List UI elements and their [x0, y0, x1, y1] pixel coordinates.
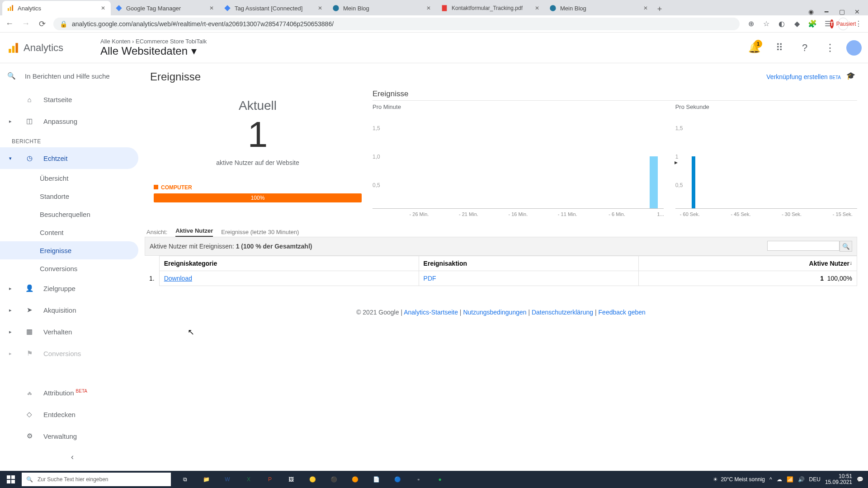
notification-icon[interactable]: 💬 — [857, 476, 863, 483]
sidebar-item-entdecken[interactable]: ◇ Entdecken — [0, 404, 138, 425]
close-icon[interactable]: ✕ — [853, 8, 862, 15]
th-category[interactable]: Ereigniskategorie — [159, 256, 419, 271]
tray-chevron-icon[interactable]: ^ — [769, 476, 772, 483]
app-icon[interactable]: ▫ — [408, 471, 429, 488]
th-action[interactable]: Ereignisaktion — [419, 256, 639, 271]
sidebar-sub-conversions[interactable]: Conversions — [0, 259, 138, 277]
tab-tagassistant[interactable]: Tag Assistant [Connected] ✕ — [219, 1, 328, 15]
view-tab-active[interactable]: Aktive Nutzer — [175, 227, 213, 237]
footer-link[interactable]: Nutzungsbedingungen — [463, 309, 526, 316]
close-icon[interactable]: ✕ — [425, 5, 432, 11]
xtick: - 15 Sek. — [833, 211, 853, 217]
kebab-icon[interactable]: ⋮ — [821, 39, 839, 57]
minimize-icon[interactable]: ━ — [822, 8, 831, 15]
sidebar-item-attribution[interactable]: ஃ AttributionBETA — [0, 382, 138, 404]
weather-widget[interactable]: ☀ 20°C Meist sonnig — [713, 476, 765, 483]
avatar[interactable] — [846, 40, 862, 56]
sidebar-item-verwaltung[interactable]: ⚙ Verwaltung — [0, 425, 138, 447]
sidebar-item-conversions[interactable]: ▸⚑ Conversions — [0, 343, 138, 364]
view-label: Ansicht: — [146, 229, 167, 235]
tab-pdf[interactable]: Kontaktformular_Tracking.pdf ✕ — [436, 1, 545, 15]
event-category-link[interactable]: Download — [164, 275, 192, 282]
ga-logo[interactable]: Analytics — [7, 42, 93, 54]
app-icon[interactable]: 📄 — [366, 471, 387, 488]
view-tab-other[interactable]: Ereignisse (letzte 30 Minuten) — [221, 229, 299, 235]
reload-button[interactable]: ⟳ — [37, 19, 47, 29]
apps-icon[interactable]: ⠿ — [770, 39, 788, 57]
svg-rect-7 — [12, 46, 14, 52]
collapse-sidebar-button[interactable]: ‹ — [0, 447, 145, 467]
url-input[interactable]: 🔒 analytics.google.com/analytics/web/#/r… — [53, 18, 740, 30]
start-button[interactable] — [0, 471, 22, 488]
spotify-icon[interactable]: ● — [429, 471, 450, 488]
clock[interactable]: 10:51 15.09.2021 — [825, 474, 852, 485]
svg-rect-4 — [442, 5, 447, 11]
obs-icon[interactable]: ⚫ — [323, 471, 344, 488]
table-search-input[interactable] — [767, 241, 840, 251]
edge-icon[interactable]: 🔵 — [387, 471, 408, 488]
sidebar-sub-uebersicht[interactable]: Übersicht — [0, 169, 138, 187]
chart-per-second: ▸ Pro Sekunde 1,5 1 0,5 - 60 Sek. - 45 S… — [675, 103, 857, 221]
chrome-icon[interactable]: 🟡 — [302, 471, 323, 488]
back-button[interactable]: ← — [5, 19, 14, 29]
word-icon[interactable]: W — [217, 471, 238, 488]
sidebar-item-anpassung[interactable]: ▸◫ Anpassung — [0, 110, 138, 132]
sidebar-sub-content[interactable]: Content — [0, 223, 138, 241]
close-icon[interactable]: ✕ — [534, 5, 540, 11]
sidebar-sub-standorte[interactable]: Standorte — [0, 187, 138, 205]
forward-button[interactable]: → — [21, 19, 31, 29]
powerpoint-icon[interactable]: P — [259, 471, 280, 488]
sidebar-item-zielgruppe[interactable]: ▸👤 Zielgruppe — [0, 277, 138, 299]
help-icon[interactable]: ? — [796, 39, 814, 57]
language-indicator[interactable]: DEU — [809, 476, 821, 483]
footer-link[interactable]: Datenschutzerklärung — [532, 309, 593, 316]
taskview-icon[interactable]: ⧉ — [175, 471, 195, 488]
photos-icon[interactable]: 🖼 — [281, 471, 302, 488]
sidebar-item-akquisition[interactable]: ▸➤ Akquisition — [0, 299, 138, 321]
close-icon[interactable]: ✕ — [317, 5, 323, 11]
ext-icon-1[interactable]: ◐ — [777, 19, 787, 29]
account-picker[interactable]: Alle Konten › ECommerce Store TobiTalk A… — [100, 38, 207, 57]
new-tab-button[interactable]: + — [653, 3, 666, 15]
table-search-button[interactable]: 🔍 — [840, 241, 852, 252]
chevron-down-icon: ▾ — [191, 45, 197, 57]
explorer-icon[interactable]: 📁 — [196, 471, 217, 488]
ext-icon-2[interactable]: ◆ — [792, 19, 802, 29]
close-icon[interactable]: ✕ — [208, 5, 215, 11]
bookmark-icon[interactable]: ☆ — [761, 19, 771, 29]
app-icon[interactable]: 🟠 — [344, 471, 365, 488]
excel-icon[interactable]: X — [238, 471, 259, 488]
sidebar-item-label: Entdecken — [43, 411, 75, 418]
tab-gtm[interactable]: Google Tag Manager ✕ — [111, 1, 219, 15]
sidebar-search[interactable]: 🔍 In Berichten und Hilfe suche — [0, 63, 145, 89]
onedrive-icon[interactable]: ☁ — [777, 476, 782, 483]
sidebar-sub-besucherquellen[interactable]: Besucherquellen — [0, 205, 138, 223]
footer-link[interactable]: Feedback geben — [599, 309, 646, 316]
sidebar-item-echtzeit[interactable]: ▾◷ Echtzeit — [0, 147, 138, 169]
taskbar-search[interactable]: 🔍 Zur Suche Text hier eingeben — [22, 473, 171, 486]
close-icon[interactable]: ✕ — [642, 5, 649, 11]
footer-link[interactable]: Analytics-Startseite — [404, 309, 458, 316]
extension-pill[interactable]: T Pausiert — [838, 18, 848, 30]
chevron-right-icon: ▸ — [9, 286, 15, 291]
browser-menu-icon[interactable]: ⋮ — [854, 19, 863, 29]
account-icon[interactable]: ◉ — [807, 8, 816, 15]
sidebar-sub-ereignisse[interactable]: Ereignisse — [0, 241, 138, 259]
zoom-icon[interactable]: ⊕ — [746, 19, 756, 29]
tab-analytics[interactable]: Analytics ✕ — [2, 1, 111, 15]
create-shortcut-link[interactable]: Verknüpfung erstellen BETA — [766, 73, 841, 80]
sidebar-item-home[interactable]: ⌂ Startseite — [0, 89, 138, 110]
close-icon[interactable]: ✕ — [100, 5, 106, 11]
maximize-icon[interactable]: ▢ — [837, 8, 846, 15]
tab-blog2[interactable]: Mein Blog ✕ — [545, 1, 653, 15]
volume-icon[interactable]: 🔊 — [798, 476, 805, 483]
event-action-link[interactable]: PDF — [424, 275, 436, 282]
ytick: 0,5 — [675, 182, 683, 188]
wifi-icon[interactable]: 📶 — [787, 476, 793, 483]
th-users[interactable]: Aktive Nutzer ↓ — [639, 256, 857, 271]
notifications-icon[interactable]: 🔔 1 — [745, 39, 763, 57]
education-icon[interactable]: 🎓 — [846, 71, 857, 82]
tab-blog1[interactable]: Mein Blog ✕ — [328, 1, 436, 15]
sidebar-item-verhalten[interactable]: ▸▦ Verhalten — [0, 321, 138, 343]
extensions-icon[interactable]: 🧩 — [807, 19, 817, 29]
